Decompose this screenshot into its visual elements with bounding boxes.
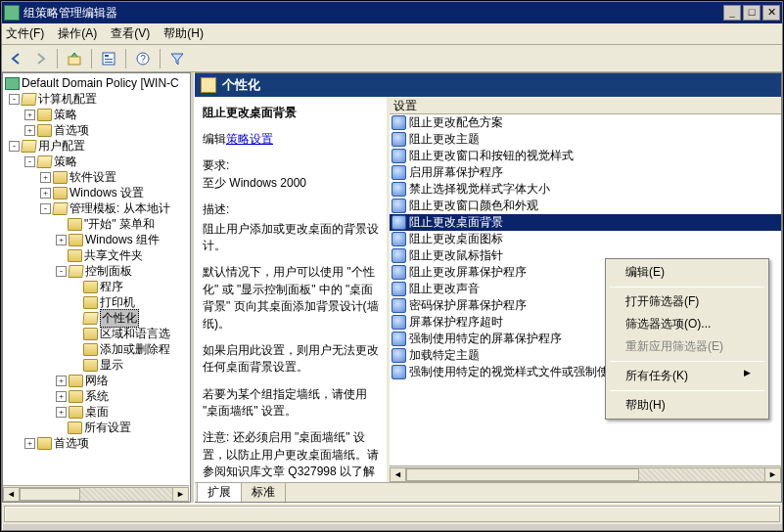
folder-icon — [82, 312, 98, 325]
list-item[interactable]: 阻止更改窗口和按钮的视觉样式 — [390, 148, 781, 164]
tab-standard[interactable]: 标准 — [241, 482, 286, 502]
scroll-left-button[interactable]: ◄ — [390, 467, 406, 482]
expand-icon[interactable]: + — [56, 235, 67, 245]
list-item[interactable]: 阻止更改窗口颜色和外观 — [390, 198, 781, 214]
scroll-right-button[interactable]: ► — [172, 487, 189, 502]
expand-icon[interactable]: + — [24, 125, 35, 136]
tree-uc-prefs[interactable]: +首选项 — [3, 435, 190, 451]
tree-win-components[interactable]: +Windows 组件 — [3, 232, 190, 247]
scroll-track[interactable] — [20, 487, 172, 502]
scroll-left-button[interactable]: ◄ — [3, 487, 20, 502]
policy-icon — [392, 215, 406, 230]
list-item[interactable]: 禁止选择视觉样式字体大小 — [390, 181, 781, 198]
expand-icon[interactable]: + — [56, 376, 67, 386]
context-menu: 编辑(E) 打开筛选器(F) 筛选器选项(O)... 重新应用筛选器(E) 所有… — [605, 258, 769, 420]
folder-icon — [37, 124, 52, 137]
policy-icon — [392, 199, 406, 213]
maximize-button[interactable]: □ — [743, 5, 761, 21]
list-hscrollbar[interactable]: ◄ ► — [390, 466, 781, 482]
tab-extended[interactable]: 扩展 — [197, 482, 242, 502]
list-item[interactable]: 阻止更改主题 — [390, 131, 781, 148]
tree-desktop[interactable]: +桌面 — [3, 404, 190, 420]
ctx-filter-options[interactable]: 筛选器选项(O)... — [608, 313, 766, 335]
policy-icon — [392, 165, 406, 180]
policy-icon — [392, 149, 406, 163]
collapse-icon[interactable]: - — [9, 141, 20, 152]
tree-region-lang[interactable]: 区域和语言选 — [3, 326, 190, 341]
tree-printers[interactable]: 打印机 — [3, 294, 190, 310]
collapse-icon[interactable]: - — [9, 94, 20, 105]
expand-icon[interactable]: + — [56, 391, 67, 402]
tree-uc-policies[interactable]: -策略 — [3, 154, 190, 169]
tree-display[interactable]: 显示 — [3, 357, 190, 373]
menu-help[interactable]: 帮助(H) — [163, 25, 204, 42]
policy-icon — [392, 298, 406, 313]
collapse-icon[interactable]: - — [56, 266, 67, 277]
list-item[interactable]: 阻止更改配色方案 — [390, 114, 781, 131]
nav-tree[interactable]: Default Domain Policy [WIN-C -计算机配置 +策略 … — [2, 72, 190, 503]
list-header[interactable]: 设置 — [390, 97, 781, 114]
tree-admin-tpl[interactable]: -管理模板: 从本地计 — [3, 200, 190, 216]
forward-button[interactable] — [29, 48, 51, 69]
collapse-icon[interactable]: - — [40, 203, 51, 214]
menu-view[interactable]: 查看(V) — [111, 25, 150, 42]
minimize-button[interactable]: _ — [723, 5, 741, 21]
folder-icon — [37, 437, 52, 450]
list-item[interactable]: 阻止更改桌面图标 — [390, 231, 781, 247]
tree-cc-policies[interactable]: +策略 — [3, 107, 190, 122]
expand-icon[interactable]: + — [40, 188, 51, 199]
window-buttons: _ □ ✕ — [723, 5, 780, 21]
desc-label: 描述: — [203, 201, 379, 218]
list-item-label: 阻止更改配色方案 — [409, 114, 503, 131]
list-item[interactable]: 阻止更改桌面背景 — [390, 214, 781, 231]
list-item[interactable]: 启用屏幕保护程序 — [390, 164, 781, 181]
menu-action[interactable]: 操作(A) — [58, 25, 97, 42]
folder-icon — [68, 218, 82, 231]
desc-p3: 如果启用此设置，则用户无法更改任何桌面背景设置。 — [203, 342, 379, 377]
tree-soft-settings[interactable]: +软件设置 — [3, 169, 190, 185]
scroll-thumb[interactable] — [406, 468, 639, 481]
scroll-thumb[interactable] — [20, 488, 80, 501]
back-button[interactable] — [6, 48, 27, 69]
tree-control-panel[interactable]: -控制面板 — [3, 263, 190, 279]
tree-start-menu[interactable]: "开始" 菜单和 — [3, 216, 190, 232]
expand-icon[interactable]: + — [56, 407, 67, 418]
menu-file[interactable]: 文件(F) — [6, 25, 44, 42]
filter-button[interactable] — [166, 48, 188, 69]
tree-computer-cfg[interactable]: -计算机配置 — [3, 91, 190, 107]
edit-policy-link[interactable]: 策略设置 — [226, 132, 273, 146]
toolbar-divider-2 — [91, 49, 92, 68]
scroll-right-button[interactable]: ► — [764, 467, 781, 482]
tree-shared-folders[interactable]: 共享文件夹 — [3, 247, 190, 263]
ctx-help[interactable]: 帮助(H) — [608, 394, 766, 417]
folder-icon — [53, 187, 68, 200]
up-button[interactable] — [64, 48, 85, 69]
menubar: 文件(F) 操作(A) 查看(V) 帮助(H) — [2, 23, 782, 45]
collapse-icon[interactable]: - — [24, 156, 35, 167]
expand-icon[interactable]: + — [24, 438, 35, 449]
tree-win-settings[interactable]: +Windows 设置 — [3, 185, 190, 200]
tree-programs[interactable]: 程序 — [3, 279, 190, 294]
ctx-reapply-filter: 重新应用筛选器(E) — [608, 335, 766, 358]
ctx-open-filter[interactable]: 打开筛选器(F) — [608, 290, 766, 313]
folder-icon — [21, 93, 36, 106]
expand-icon[interactable]: + — [40, 172, 51, 183]
tree-root[interactable]: Default Domain Policy [WIN-C — [3, 75, 190, 91]
tree-personalization[interactable]: 个性化 — [3, 310, 190, 326]
close-button[interactable]: ✕ — [762, 5, 780, 21]
list-item-label: 启用屏幕保护程序 — [409, 164, 503, 181]
ctx-all-tasks[interactable]: 所有任务(K) — [608, 365, 766, 387]
scroll-track[interactable] — [406, 467, 764, 482]
tree-addremove[interactable]: 添加或删除程 — [3, 341, 190, 357]
tree-cc-prefs[interactable]: +首选项 — [3, 122, 190, 138]
tree-user-cfg[interactable]: -用户配置 — [3, 138, 190, 154]
help-button[interactable]: ? — [132, 48, 154, 69]
list-item-label: 阻止更改声音 — [409, 281, 480, 297]
tree-system[interactable]: +系统 — [3, 388, 190, 404]
tree-network[interactable]: +网络 — [3, 373, 190, 388]
expand-icon[interactable]: + — [24, 110, 35, 120]
ctx-edit[interactable]: 编辑(E) — [608, 261, 766, 284]
properties-button[interactable] — [98, 48, 119, 69]
tree-hscrollbar[interactable]: ◄ ► — [3, 485, 189, 502]
tree-all-settings[interactable]: 所有设置 — [3, 420, 190, 435]
